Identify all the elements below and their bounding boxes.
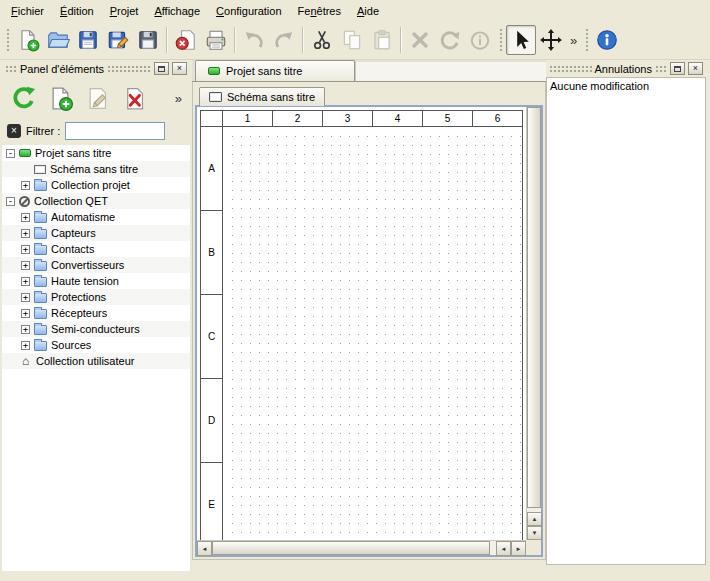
expander-plus-icon[interactable]: + (21, 325, 30, 334)
tree-item-sources[interactable]: +Sources (2, 337, 190, 353)
undo-list[interactable]: Aucune modification (546, 77, 706, 565)
delete-button[interactable] (405, 25, 435, 55)
toolbar-grip[interactable] (498, 27, 503, 53)
element-edit-icon (84, 85, 111, 112)
expander-plus-icon[interactable]: + (21, 181, 30, 190)
expander-minus-icon[interactable]: - (6, 197, 15, 206)
undo-button[interactable] (239, 25, 269, 55)
elements-panel-titlebar[interactable]: Panel d'éléments × (2, 60, 190, 77)
expander-plus-icon[interactable]: + (21, 229, 30, 238)
paste-button[interactable] (367, 25, 397, 55)
filter-input[interactable] (65, 122, 165, 140)
expander-plus-icon[interactable]: + (21, 293, 30, 302)
expander-plus-icon[interactable]: + (21, 341, 30, 350)
about-button[interactable] (592, 25, 622, 55)
toolbar-grip[interactable] (5, 27, 10, 53)
expander-plus-icon[interactable]: + (21, 213, 30, 222)
edit-element-button[interactable] (80, 81, 114, 115)
undo-panel: Annulations × Aucune modification (546, 60, 706, 565)
float-icon (674, 66, 681, 72)
tree-item-protections[interactable]: +Protections (2, 289, 190, 305)
tree-item-semi-conducteurs[interactable]: +Semi-conducteurs (2, 321, 190, 337)
toolbar-separator (166, 27, 168, 53)
scroll-up-button[interactable]: ▲ (527, 512, 542, 526)
save-button[interactable] (73, 25, 103, 55)
tree-item-label: Schéma sans titre (50, 163, 138, 175)
tree-item-contacts[interactable]: +Contacts (2, 241, 190, 257)
tree-item-capteurs[interactable]: +Capteurs (2, 225, 190, 241)
rotate-button[interactable] (435, 25, 465, 55)
tab-project[interactable]: Projet sans titre (195, 60, 355, 81)
project-window: Schéma sans titre 123456 ABCDE ▲ ▼ (192, 82, 546, 560)
hscroll-thumb[interactable] (212, 541, 490, 555)
new-file-button[interactable] (13, 25, 43, 55)
toolbar-grip[interactable] (584, 27, 589, 53)
tree-item-collection-utilisateur[interactable]: ⌂Collection utilisateur (2, 353, 190, 369)
menu-configuration[interactable]: Configuration (208, 2, 289, 20)
vscroll-thumb[interactable] (527, 107, 541, 508)
dock-grip[interactable] (549, 65, 592, 73)
tree-item-automatisme[interactable]: +Automatisme (2, 209, 190, 225)
expander-plus-icon[interactable]: + (21, 309, 30, 318)
float-panel-button[interactable] (154, 62, 169, 75)
delete-element-button[interactable] (117, 81, 151, 115)
tree-item-haute-tension[interactable]: +Haute tension (2, 273, 190, 289)
scroll-left-icon: ◄ (501, 546, 507, 552)
menu-fichier[interactable]: Fichier (3, 2, 52, 20)
element-infos-button[interactable] (465, 25, 495, 55)
panel-overflow[interactable]: » (171, 91, 186, 106)
reload-collections-button[interactable] (6, 81, 40, 115)
print-button[interactable] (201, 25, 231, 55)
menu-affichage[interactable]: Affichage (146, 2, 208, 20)
expander-plus-icon[interactable]: + (21, 261, 30, 270)
diagram-sheet[interactable]: 123456 ABCDE (200, 110, 523, 540)
expander-plus-icon[interactable]: + (21, 277, 30, 286)
redo-button[interactable] (269, 25, 299, 55)
menu-edition[interactable]: Édition (52, 2, 102, 20)
tree-item-projet-sans-titre[interactable]: -Projet sans titre (2, 145, 190, 161)
scroll-down-button[interactable]: ▼ (527, 526, 542, 540)
vertical-scrollbar[interactable]: ▲ ▼ (526, 107, 541, 540)
tree-item-collection-qet[interactable]: -Collection QET (2, 193, 190, 209)
elements-panel-toolbar: » (2, 77, 190, 119)
new-element-button[interactable] (43, 81, 77, 115)
project-tabbar: Projet sans titre (192, 60, 546, 82)
menu-fenetres[interactable]: Fenêtres (290, 2, 349, 20)
close-icon: × (177, 64, 182, 73)
undo-icon (242, 28, 266, 52)
close-file-button[interactable] (171, 25, 201, 55)
diagram-canvas[interactable]: 123456 ABCDE (197, 107, 526, 540)
dock-grip[interactable] (107, 65, 151, 73)
tree-item-label: Protections (51, 291, 106, 303)
selection-mode-button[interactable] (506, 25, 536, 55)
tree-item-convertisseurs[interactable]: +Convertisseurs (2, 257, 190, 273)
float-undo-button[interactable] (670, 62, 685, 75)
save-as-button[interactable] (103, 25, 133, 55)
cut-button[interactable] (307, 25, 337, 55)
close-undo-button[interactable]: × (688, 62, 703, 75)
tree-item-recepteurs[interactable]: +Récepteurs (2, 305, 190, 321)
menu-projet[interactable]: Projet (102, 2, 147, 20)
tree-item-collection-projet[interactable]: +Collection projet (2, 177, 190, 193)
undo-panel-titlebar[interactable]: Annulations × (546, 60, 706, 77)
copy-button[interactable] (337, 25, 367, 55)
scroll-left-button[interactable]: ◄ (197, 541, 212, 556)
tab-schema[interactable]: Schéma sans titre (199, 87, 325, 106)
scroll-right-button[interactable]: ► (511, 541, 526, 556)
toolbar-overflow[interactable]: » (566, 33, 581, 48)
dock-grip[interactable] (5, 65, 17, 73)
clear-filter-icon[interactable]: × (7, 124, 21, 138)
elements-panel: Panel d'éléments × » × Filtrer : -Projet… (2, 60, 190, 571)
tree-item-schema-sans-titre[interactable]: Schéma sans titre (2, 161, 190, 177)
save-all-button[interactable] (133, 25, 163, 55)
ruler-column-label: 5 (422, 111, 472, 126)
scroll-left-button-2[interactable]: ◄ (496, 541, 511, 556)
close-panel-button[interactable]: × (172, 62, 187, 75)
menu-aide[interactable]: Aide (349, 2, 387, 20)
horizontal-scrollbar[interactable]: ◄ ◄ ► (197, 540, 526, 555)
expander-plus-icon[interactable]: + (21, 245, 30, 254)
expander-minus-icon[interactable]: - (6, 149, 15, 158)
dock-grip[interactable] (655, 65, 667, 73)
open-file-button[interactable] (43, 25, 73, 55)
visualisation-mode-button[interactable] (536, 25, 566, 55)
